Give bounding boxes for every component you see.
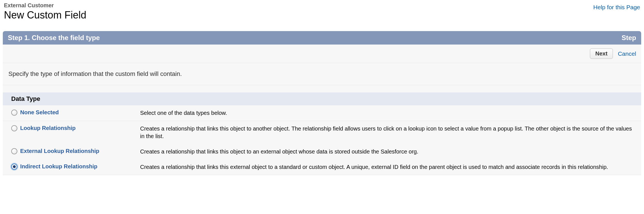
type-row: Indirect Lookup RelationshipCreates a re… — [3, 159, 641, 175]
radio-label: Indirect Lookup Relationship — [20, 163, 98, 170]
radio-option[interactable]: External Lookup Relationship — [11, 148, 140, 154]
step-header: Step 1. Choose the field type Step — [3, 31, 641, 45]
wizard-panel: Step 1. Choose the field type Step Next … — [3, 31, 641, 175]
type-description: Creates a relationship that links this o… — [140, 125, 636, 140]
radio-button[interactable] — [11, 125, 17, 131]
radio-button[interactable] — [11, 110, 17, 116]
data-type-header: Data Type — [3, 92, 641, 105]
step-indicator: Step — [622, 34, 636, 42]
breadcrumb: External Customer — [4, 2, 86, 9]
next-button[interactable]: Next — [590, 48, 613, 59]
page-title: New Custom Field — [4, 9, 86, 21]
help-link[interactable]: Help for this Page — [593, 2, 640, 11]
type-description: Creates a relationship that links this e… — [140, 163, 636, 171]
radio-label: External Lookup Relationship — [20, 148, 99, 154]
instruction-text: Specify the type of information that the… — [3, 63, 641, 85]
radio-button[interactable] — [11, 164, 17, 170]
type-description: Creates a relationship that links this o… — [140, 148, 636, 155]
spacer — [3, 85, 641, 92]
type-row: External Lookup RelationshipCreates a re… — [3, 144, 641, 159]
radio-label: None Selected — [20, 109, 59, 116]
type-row: Lookup RelationshipCreates a relationshi… — [3, 121, 641, 144]
button-bar: Next Cancel — [3, 45, 641, 63]
step-title: Step 1. Choose the field type — [8, 34, 100, 42]
type-description: Select one of the data types below. — [140, 109, 636, 117]
radio-option[interactable]: Lookup Relationship — [11, 125, 140, 131]
radio-button[interactable] — [11, 148, 17, 154]
cancel-link[interactable]: Cancel — [618, 50, 636, 57]
type-row: None SelectedSelect one of the data type… — [3, 105, 641, 121]
radio-option[interactable]: Indirect Lookup Relationship — [11, 163, 140, 170]
radio-label: Lookup Relationship — [20, 125, 76, 131]
data-type-list: None SelectedSelect one of the data type… — [3, 105, 641, 175]
radio-option[interactable]: None Selected — [11, 109, 140, 116]
